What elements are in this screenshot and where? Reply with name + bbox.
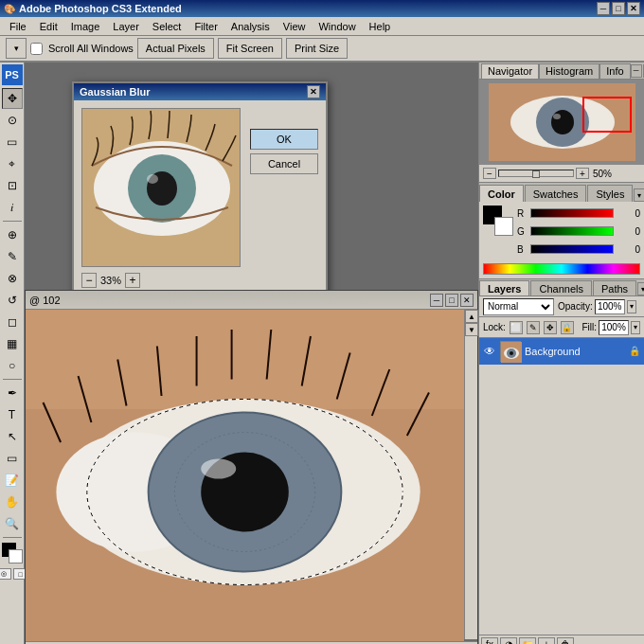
layer-background[interactable]: 👁 Background 🔒 — [479, 338, 644, 365]
doc-close-button[interactable]: ✕ — [460, 294, 474, 307]
layer-group-button[interactable]: 📁 — [519, 637, 536, 645]
tool-heal[interactable]: ⊕ — [2, 224, 23, 245]
menu-layer[interactable]: Layer — [107, 19, 145, 34]
minimize-button[interactable]: ─ — [597, 2, 610, 15]
g-gradient-bar[interactable] — [530, 226, 614, 236]
fill-input[interactable]: 100% — [599, 320, 629, 335]
tab-layers[interactable]: Layers — [479, 280, 529, 295]
tab-navigator[interactable]: Navigator — [481, 63, 539, 79]
tool-brush[interactable]: ✎ — [2, 246, 23, 267]
quick-mask-icon[interactable]: ◎ — [0, 568, 11, 580]
print-size-button[interactable]: Print Size — [286, 38, 348, 59]
maximize-button[interactable]: □ — [612, 2, 625, 15]
svg-point-31 — [553, 114, 561, 119]
menu-image[interactable]: Image — [65, 19, 106, 34]
layer-fx-button[interactable]: fx — [481, 637, 498, 645]
menu-help[interactable]: Help — [364, 19, 397, 34]
nav-zoom-thumb[interactable] — [532, 170, 540, 178]
tool-pen[interactable]: ✒ — [2, 383, 23, 403]
tool-notes[interactable]: 📝 — [2, 470, 23, 491]
scroll-up-arrow[interactable]: ▲ — [465, 310, 478, 323]
tab-histogram[interactable]: Histogram — [539, 63, 599, 79]
tool-history-brush[interactable]: ↺ — [2, 290, 23, 311]
nav-zoom-out-button[interactable]: − — [483, 168, 496, 179]
tool-magic-wand[interactable]: ⌖ — [2, 153, 23, 174]
actual-pixels-button[interactable]: Actual Pixels — [137, 38, 214, 59]
doc-maximize-button[interactable]: □ — [445, 294, 458, 307]
nav-zoom-in-button[interactable]: + — [576, 168, 589, 179]
fg-bg-color-swatch[interactable] — [2, 543, 23, 564]
nav-zoom-slider[interactable] — [498, 170, 574, 177]
menu-view[interactable]: View — [277, 19, 312, 34]
color-spectrum-bar[interactable] — [483, 263, 640, 275]
fill-arrow[interactable]: ▾ — [631, 321, 640, 334]
doc-scrollbar-right[interactable]: ▲ ▼ — [464, 310, 477, 639]
g-slider-row: G 0 — [517, 224, 640, 239]
layer-mask-button[interactable]: ◑ — [500, 637, 517, 645]
doc-minimize-button[interactable]: ─ — [430, 294, 443, 307]
tool-separator-2 — [3, 379, 22, 380]
tab-info[interactable]: Info — [599, 63, 630, 79]
layer-new-button[interactable]: + — [538, 637, 555, 645]
layer-visibility-icon[interactable]: 👁 — [483, 345, 496, 358]
tool-move[interactable]: ✥ — [2, 88, 23, 109]
tool-eyedropper[interactable]: 𝑖 — [2, 197, 23, 218]
tab-paths[interactable]: Paths — [593, 280, 636, 295]
tool-lasso[interactable]: ⊙ — [2, 110, 23, 131]
opacity-arrow[interactable]: ▾ — [627, 300, 636, 313]
tab-styles[interactable]: Styles — [587, 185, 633, 202]
layers-bottom-bar: fx ◑ 📁 + 🗑 — [479, 635, 644, 644]
opacity-input[interactable]: 100% — [595, 299, 625, 314]
menu-analysis[interactable]: Analysis — [225, 19, 276, 34]
color-menu-button[interactable]: ▾ — [634, 188, 644, 202]
color-panel-controls: ▾ — [634, 188, 644, 202]
tool-type[interactable]: T — [2, 404, 23, 425]
zoom-in-button[interactable]: + — [125, 273, 140, 288]
tool-crop[interactable]: ⊡ — [2, 175, 23, 196]
menu-select[interactable]: Select — [147, 19, 188, 34]
lock-position-icon[interactable]: ✥ — [544, 321, 557, 334]
tool-gradient[interactable]: ▦ — [2, 333, 23, 354]
layers-empty-space — [479, 365, 644, 635]
tab-swatches[interactable]: Swatches — [525, 185, 587, 202]
background-color[interactable] — [9, 549, 23, 564]
color-section: Color Swatches Styles ▾ R — [479, 183, 644, 279]
blend-mode-select[interactable]: Normal — [483, 298, 554, 315]
tool-dodge[interactable]: ○ — [2, 355, 23, 376]
dialog-close-button[interactable]: ✕ — [307, 85, 320, 98]
tab-channels[interactable]: Channels — [530, 280, 591, 295]
scroll-down-arrow[interactable]: ▼ — [465, 323, 478, 336]
r-gradient-bar[interactable] — [530, 208, 614, 218]
zoom-out-button[interactable]: − — [81, 273, 97, 288]
lock-label: Lock: — [483, 322, 506, 332]
tool-clone[interactable]: ⊗ — [2, 268, 23, 289]
nav-panel-controls: ─ ▾ — [631, 64, 644, 78]
nav-collapse-button[interactable]: ─ — [631, 64, 642, 78]
b-gradient-bar[interactable] — [530, 244, 614, 254]
scroll-all-checkbox[interactable] — [30, 43, 43, 55]
layer-delete-button[interactable]: 🗑 — [557, 637, 574, 645]
menu-edit[interactable]: Edit — [34, 19, 63, 34]
menu-filter[interactable]: Filter — [188, 19, 223, 34]
color-bg-swatch[interactable] — [494, 217, 513, 236]
ok-button[interactable]: OK — [250, 129, 318, 150]
tool-marquee[interactable]: ▭ — [2, 132, 23, 152]
tool-eraser[interactable]: ◻ — [2, 312, 23, 332]
tool-zoom[interactable]: 🔍 — [2, 513, 23, 534]
tool-path[interactable]: ↖ — [2, 426, 23, 447]
lock-transparent-icon[interactable]: ⬜ — [510, 321, 523, 334]
tool-hand[interactable]: ✋ — [2, 492, 23, 512]
layers-menu-button[interactable]: ▾ — [637, 282, 644, 295]
tab-color[interactable]: Color — [479, 185, 524, 202]
fill-label: Fill: — [581, 322, 597, 332]
fit-screen-button[interactable]: Fit Screen — [218, 38, 282, 59]
cancel-button[interactable]: Cancel — [250, 153, 318, 174]
menu-file[interactable]: File — [4, 19, 32, 34]
lock-image-icon[interactable]: ✎ — [527, 321, 540, 334]
dialog-preview-area — [81, 108, 241, 267]
menu-window[interactable]: Window — [313, 19, 361, 34]
tool-shape[interactable]: ▭ — [2, 448, 23, 469]
tool-preset-picker[interactable]: ▾ — [6, 38, 27, 59]
lock-all-icon[interactable]: 🔒 — [561, 321, 574, 334]
close-button[interactable]: ✕ — [627, 2, 640, 15]
